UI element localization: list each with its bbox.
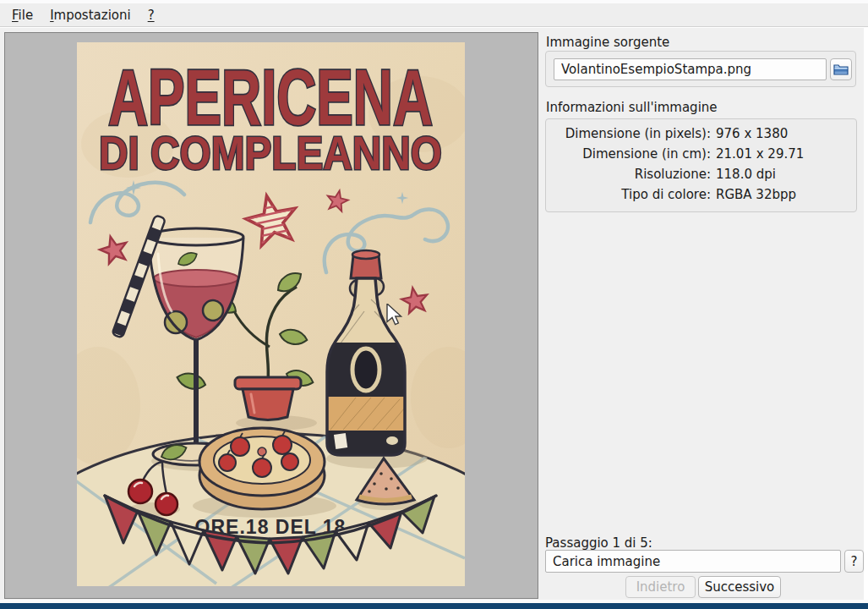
source-section-label: Immagine sorgente <box>546 35 669 50</box>
browse-file-button[interactable] <box>830 58 852 80</box>
info-row-value: RGBA 32bpp <box>715 187 856 202</box>
source-filename-input[interactable] <box>554 58 827 80</box>
mouse-cursor-icon <box>386 304 407 329</box>
menu-file[interactable]: File <box>3 5 41 25</box>
poster-preview-image: APERICENA DI COMPLEANNO <box>77 42 465 586</box>
menu-help[interactable]: ? <box>139 5 163 25</box>
folder-open-icon <box>833 63 849 75</box>
info-row-value: 118.0 dpi <box>715 167 856 182</box>
info-row-label: Risoluzione: <box>546 167 715 182</box>
source-frame <box>545 51 856 87</box>
wizard-current-step-field[interactable] <box>545 550 841 573</box>
info-row-value: 21.01 x 29.71 <box>715 146 856 162</box>
menu-impostazioni[interactable]: Impostazioni <box>41 5 139 25</box>
info-row-label: Dimensione (in pixels): <box>546 126 715 141</box>
window-right-edge <box>864 28 868 603</box>
info-section-label: Informazioni sull'immagine <box>546 100 718 115</box>
wizard-step-label: Passaggio 1 di 5: <box>545 535 652 551</box>
menubar: File Impostazioni ? <box>0 3 868 27</box>
info-row-value: 976 x 1380 <box>715 126 856 141</box>
back-button[interactable]: Indietro <box>625 576 696 598</box>
help-button[interactable]: ? <box>844 550 864 573</box>
app-window: File Impostazioni ? <box>0 0 868 609</box>
info-row-label: Dimensione (in cm): <box>546 146 715 162</box>
tart-illustration <box>199 428 325 509</box>
info-row-label: Tipo di colore: <box>546 187 715 202</box>
info-frame: Dimensione (in pixels): 976 x 1380 Dimen… <box>545 118 857 212</box>
taskbar-strip <box>0 603 868 609</box>
image-preview-panel: APERICENA DI COMPLEANNO <box>4 32 538 599</box>
next-button[interactable]: Successivo <box>698 576 781 598</box>
window-body: APERICENA DI COMPLEANNO <box>0 28 864 601</box>
poster-title-line2: DI COMPLEANNO <box>99 126 442 179</box>
